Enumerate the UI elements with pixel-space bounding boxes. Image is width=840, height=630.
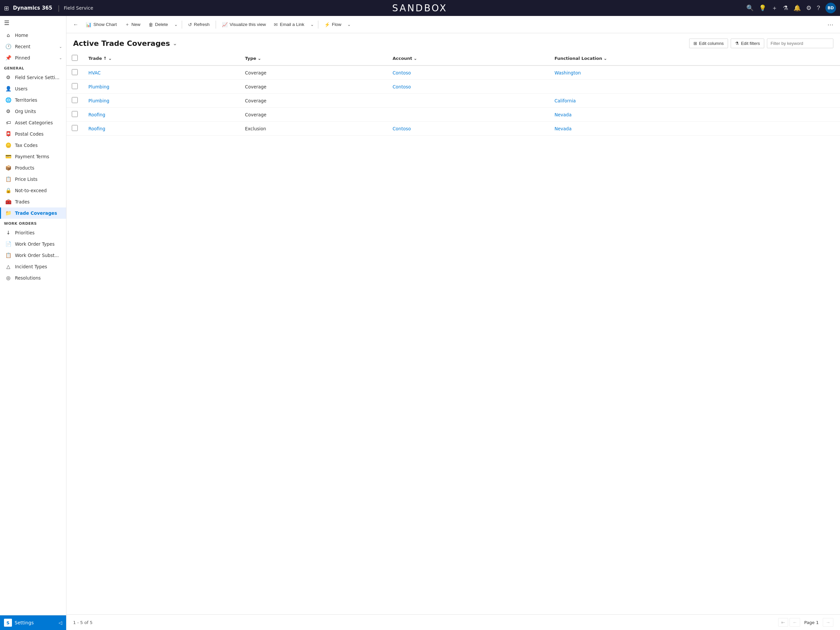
sidebar-item-resolutions[interactable]: ◎ Resolutions [0, 272, 66, 283]
row-checkbox-1[interactable] [72, 83, 78, 89]
add-icon[interactable]: ＋ [772, 4, 778, 12]
next-page-button[interactable]: → [823, 618, 833, 627]
edit-columns-label: Edit columns [699, 41, 724, 46]
sidebar-label-resolutions: Resolutions [15, 275, 41, 280]
sidebar-item-work-order-types[interactable]: 📄 Work Order Types [0, 238, 66, 250]
fl-link-0[interactable]: Washington [554, 70, 581, 76]
sidebar-item-users[interactable]: 👤 Users [0, 83, 66, 94]
sidebar-item-price-lists[interactable]: 📋 Price Lists [0, 174, 66, 185]
row-checkbox-0[interactable] [72, 69, 78, 75]
fl-link-2[interactable]: California [554, 98, 576, 103]
select-all-column[interactable] [66, 52, 83, 65]
fl-link-3[interactable]: Nevada [554, 112, 572, 117]
tax-icon: 🪙 [5, 142, 12, 148]
avatar[interactable]: BD [826, 3, 836, 13]
trade-filter-dropdown[interactable]: ⌄ [108, 56, 112, 61]
row-checkbox-2[interactable] [72, 97, 78, 103]
account-filter-dropdown[interactable]: ⌄ [414, 56, 417, 61]
show-chart-button[interactable]: 📊 Show Chart [82, 20, 120, 29]
account-column-header[interactable]: Account ⌄ [387, 52, 549, 65]
pin-icon: 📌 [5, 55, 12, 61]
fl-filter-dropdown[interactable]: ⌄ [603, 56, 607, 61]
back-button[interactable]: ← [71, 20, 81, 30]
trade-link-4[interactable]: Roofing [88, 126, 105, 131]
account-cell-empty [387, 94, 549, 108]
type-cell: Coverage [240, 108, 387, 122]
pinned-chevron: ⌄ [59, 56, 62, 60]
globe-icon: 🌐 [5, 97, 12, 103]
flow-dropdown[interactable]: ⌄ [346, 20, 352, 29]
type-column-header[interactable]: Type ⌄ [240, 52, 387, 65]
sidebar-label-users: Users [15, 86, 28, 92]
sidebar: ☰ ⌂ Home 🕐 Recent ⌄ 📌 Pinned ⌄ General ⚙… [0, 16, 66, 630]
lightbulb-icon[interactable]: 💡 [759, 4, 766, 12]
account-link-1[interactable]: Contoso [392, 84, 411, 89]
delete-button[interactable]: 🗑 Delete [145, 20, 172, 29]
search-icon[interactable]: 🔍 [746, 4, 753, 12]
account-link-4[interactable]: Contoso [392, 126, 411, 131]
account-link-0[interactable]: Contoso [392, 70, 411, 76]
sidebar-item-priorities[interactable]: ↓ Priorities [0, 227, 66, 238]
refresh-icon: ↺ [188, 22, 192, 27]
email-link-button[interactable]: ✉ Email a Link [270, 20, 308, 29]
fl-link-4[interactable]: Nevada [554, 126, 572, 131]
edit-columns-icon: ⊞ [693, 41, 697, 46]
sidebar-item-work-order-subst[interactable]: 📋 Work Order Subst... [0, 250, 66, 261]
type-cell: Coverage [240, 80, 387, 94]
sidebar-item-org-units[interactable]: ⚙ Org Units [0, 106, 66, 117]
edit-columns-button[interactable]: ⊞ Edit columns [689, 38, 728, 48]
edit-filters-button[interactable]: ⚗ Edit filters [731, 38, 764, 48]
sidebar-item-trade-coverages[interactable]: 📁 Trade Coverages [0, 207, 66, 219]
delete-dropdown[interactable]: ⌄ [173, 20, 179, 29]
org-icon: ⚙ [5, 108, 12, 114]
sidebar-item-recent[interactable]: 🕐 Recent ⌄ [0, 41, 66, 52]
waffle-icon[interactable]: ⊞ [4, 5, 9, 12]
more-options-button[interactable]: ⋯ [825, 20, 836, 30]
trade-link-2[interactable]: Plumbing [88, 98, 109, 103]
sidebar-item-pinned[interactable]: 📌 Pinned ⌄ [0, 52, 66, 63]
sidebar-settings-bottom[interactable]: S Settings ◁ [0, 615, 66, 630]
page-title-dropdown[interactable]: ⌄ [173, 40, 177, 46]
sidebar-item-postal-codes[interactable]: 📮 Postal Codes [0, 128, 66, 139]
sidebar-label-recent: Recent [15, 44, 30, 49]
sidebar-item-payment-terms[interactable]: 💳 Payment Terms [0, 151, 66, 162]
trade-link-3[interactable]: Roofing [88, 112, 105, 117]
filter-keyword-input[interactable] [767, 38, 833, 48]
hamburger-icon[interactable]: ☰ [4, 19, 9, 26]
help-icon[interactable]: ? [817, 5, 820, 12]
sidebar-item-incident-types[interactable]: △ Incident Types [0, 261, 66, 272]
row-checkbox-3[interactable] [72, 111, 78, 117]
trade-link-1[interactable]: Plumbing [88, 84, 109, 89]
sidebar-label-trade-coverages: Trade Coverages [15, 211, 57, 216]
sidebar-item-field-service-settings[interactable]: ⚙ Field Service Setti... [0, 72, 66, 83]
filter-icon[interactable]: ⚗ [783, 4, 788, 12]
sidebar-item-asset-categories[interactable]: 🏷 Asset Categories [0, 117, 66, 128]
trade-column-header[interactable]: Trade ↑ ⌄ [83, 52, 240, 65]
delete-label: Delete [155, 22, 168, 27]
wo-types-icon: 📄 [5, 241, 12, 247]
command-bar: ← 📊 Show Chart ＋ New 🗑 Delete ⌄ ↺ Refres… [66, 16, 840, 33]
bell-icon[interactable]: 🔔 [794, 4, 801, 12]
functional-location-column-header[interactable]: Functional Location ⌄ [549, 52, 840, 65]
sidebar-item-territories[interactable]: 🌐 Territories [0, 94, 66, 106]
select-all-checkbox[interactable] [72, 55, 78, 61]
refresh-button[interactable]: ↺ Refresh [185, 20, 213, 29]
trade-link-0[interactable]: HVAC [88, 70, 101, 76]
table-body: HVACCoverageContosoWashingtonPlumbingCov… [66, 65, 840, 136]
prev-page-button[interactable]: ← [789, 618, 800, 627]
sidebar-item-not-to-exceed[interactable]: 🔒 Not-to-exceed [0, 185, 66, 196]
flow-label: Flow [332, 22, 342, 27]
new-button[interactable]: ＋ New [122, 20, 144, 30]
settings-icon[interactable]: ⚙ [806, 4, 812, 12]
email-dropdown[interactable]: ⌄ [309, 20, 315, 29]
type-filter-dropdown[interactable]: ⌄ [257, 56, 261, 61]
sidebar-label-wo-subst: Work Order Subst... [15, 253, 59, 258]
sidebar-item-products[interactable]: 📦 Products [0, 162, 66, 174]
sidebar-item-trades[interactable]: 🧰 Trades [0, 196, 66, 207]
first-page-button[interactable]: ⇤ [778, 618, 788, 627]
sidebar-item-home[interactable]: ⌂ Home [0, 30, 66, 41]
flow-button[interactable]: ⚡ Flow [321, 20, 345, 29]
sidebar-item-tax-codes[interactable]: 🪙 Tax Codes [0, 139, 66, 151]
row-checkbox-4[interactable] [72, 125, 78, 131]
visualize-button[interactable]: 📈 Visualize this view [219, 20, 269, 29]
